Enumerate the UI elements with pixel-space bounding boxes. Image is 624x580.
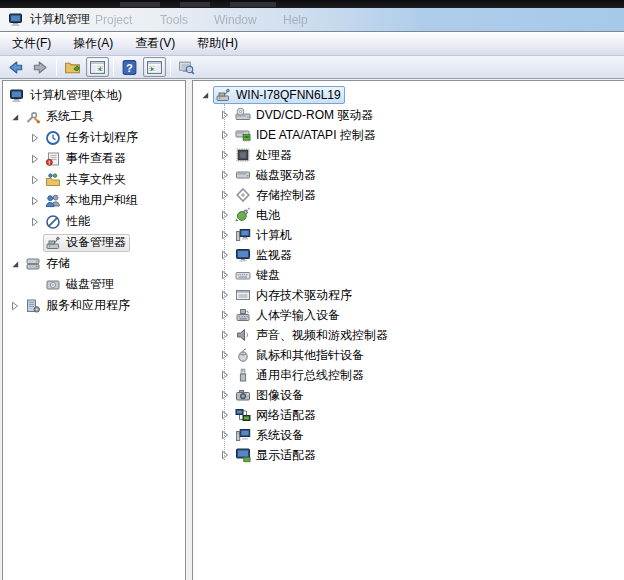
monitor-icon xyxy=(235,247,252,263)
collapsed-arrow-icon[interactable] xyxy=(217,150,233,160)
console-item-shared-folders[interactable]: 共享文件夹 xyxy=(3,169,185,190)
collapsed-arrow-icon[interactable] xyxy=(217,370,233,380)
collapsed-arrow-icon[interactable] xyxy=(27,196,43,206)
collapsed-arrow-icon[interactable] xyxy=(217,430,233,440)
collapsed-arrow-icon[interactable] xyxy=(27,133,43,143)
device-category-display-adapters[interactable]: 显示适配器 xyxy=(193,445,624,465)
device-tree-pane: WIN-I78QFNN6L19DVD/CD-ROM 驱动器IDE ATA/ATA… xyxy=(192,80,624,580)
tree-item-content: IDE ATA/ATAPI 控制器 xyxy=(233,126,380,144)
device-category-dvd-cdrom[interactable]: DVD/CD-ROM 驱动器 xyxy=(193,105,624,125)
device-category-hid-devices[interactable]: 人体学输入设备 xyxy=(193,305,624,325)
collapsed-arrow-icon[interactable] xyxy=(27,175,43,185)
collapsed-arrow-icon[interactable] xyxy=(217,410,233,420)
tree-item-content: 鼠标和其他指针设备 xyxy=(233,346,368,364)
collapsed-arrow-icon[interactable] xyxy=(217,290,233,300)
device-category-computer[interactable]: 计算机 xyxy=(193,225,624,245)
collapsed-arrow-icon[interactable] xyxy=(217,170,233,180)
app-window-icon[interactable] xyxy=(8,12,24,28)
device-category-computer-root[interactable]: WIN-I78QFNN6L19 xyxy=(193,85,624,105)
help-button[interactable]: ? xyxy=(118,57,141,77)
collapsed-arrow-icon[interactable] xyxy=(217,350,233,360)
tree-item-label: IDE ATA/ATAPI 控制器 xyxy=(256,127,376,144)
collapsed-arrow-icon[interactable] xyxy=(217,310,233,320)
disk-drive-icon xyxy=(235,167,252,183)
console-tree-toggle-button[interactable] xyxy=(86,57,109,77)
console-item-task-scheduler[interactable]: 任务计划程序 xyxy=(3,127,185,148)
device-category-ide-ata-atapi[interactable]: IDE ATA/ATAPI 控制器 xyxy=(193,125,624,145)
background-shape xyxy=(230,2,276,7)
device-category-network-adapters[interactable]: 网络适配器 xyxy=(193,405,624,425)
collapsed-arrow-icon[interactable] xyxy=(217,190,233,200)
menu-view[interactable]: 查看(V) xyxy=(127,32,183,55)
device-category-processors[interactable]: 处理器 xyxy=(193,145,624,165)
ide-controller-icon xyxy=(235,127,252,143)
device-category-sound-video-game[interactable]: 声音、视频和游戏控制器 xyxy=(193,325,624,345)
device-category-keyboards[interactable]: 键盘 xyxy=(193,265,624,285)
tree-item-label: 任务计划程序 xyxy=(66,129,138,146)
tree-item-content: 显示适配器 xyxy=(233,446,320,464)
collapsed-arrow-icon[interactable] xyxy=(217,250,233,260)
collapsed-arrow-icon[interactable] xyxy=(217,110,233,120)
forward-button[interactable] xyxy=(29,57,52,77)
background-shape xyxy=(120,2,160,7)
device-category-memory-tech[interactable]: 内存技术驱动程序 xyxy=(193,285,624,305)
console-item-local-users-groups[interactable]: 本地用户和组 xyxy=(3,190,185,211)
tree-item-label: 电池 xyxy=(256,207,280,224)
console-item-device-manager[interactable]: 设备管理器 xyxy=(3,232,185,253)
device-category-batteries[interactable]: 电池 xyxy=(193,205,624,225)
console-item-system-tools[interactable]: 系统工具 xyxy=(3,106,185,127)
console-item-computer-management-local[interactable]: 计算机管理(本地) xyxy=(3,85,185,106)
expanded-arrow-icon[interactable] xyxy=(197,90,213,100)
tree-item-label: 通用串行总线控制器 xyxy=(256,367,364,384)
forward-arrow-icon xyxy=(32,59,49,76)
menu-help[interactable]: 帮助(H) xyxy=(189,32,246,55)
help-icon: ? xyxy=(121,59,138,76)
collapsed-arrow-icon[interactable] xyxy=(7,301,23,311)
menu-file[interactable]: 文件(F) xyxy=(4,32,59,55)
device-manager-icon xyxy=(215,87,232,103)
back-button[interactable] xyxy=(4,57,27,77)
device-category-system-devices[interactable]: 系统设备 xyxy=(193,425,624,445)
tree-item-label: 事件查看器 xyxy=(66,150,126,167)
tree-item-content: DVD/CD-ROM 驱动器 xyxy=(233,106,377,124)
collapsed-arrow-icon[interactable] xyxy=(217,450,233,460)
console-item-disk-management[interactable]: 磁盘管理 xyxy=(3,274,185,295)
collapsed-arrow-icon[interactable] xyxy=(217,270,233,280)
ghost-menu-item: Project xyxy=(95,13,132,27)
up-folder-button[interactable] xyxy=(61,57,84,77)
tree-item-content: 系统工具 xyxy=(23,108,98,126)
device-category-storage-controllers[interactable]: 存储控制器 xyxy=(193,185,624,205)
tree-item-label: 磁盘驱动器 xyxy=(256,167,316,184)
expanded-arrow-icon[interactable] xyxy=(7,259,23,269)
device-category-disk-drives[interactable]: 磁盘驱动器 xyxy=(193,165,624,185)
tree-item-label: 存储 xyxy=(46,255,70,272)
collapsed-arrow-icon[interactable] xyxy=(217,390,233,400)
collapsed-arrow-icon[interactable] xyxy=(217,130,233,140)
expanded-arrow-icon[interactable] xyxy=(7,112,23,122)
action-pane-toggle-button[interactable] xyxy=(143,57,166,77)
tree-item-content: WIN-I78QFNN6L19 xyxy=(213,86,345,104)
device-category-mice-pointing[interactable]: 鼠标和其他指针设备 xyxy=(193,345,624,365)
device-category-usb-controllers[interactable]: 通用串行总线控制器 xyxy=(193,365,624,385)
shared-folder-icon xyxy=(45,172,62,188)
console-item-event-viewer[interactable]: 事件查看器 xyxy=(3,148,185,169)
tree-item-content: 内存技术驱动程序 xyxy=(233,286,356,304)
console-item-services-apps[interactable]: 服务和应用程序 xyxy=(3,295,185,316)
device-category-monitors[interactable]: 监视器 xyxy=(193,245,624,265)
tree-item-label: 人体学输入设备 xyxy=(256,307,340,324)
device-category-imaging-devices[interactable]: 图像设备 xyxy=(193,385,624,405)
menu-action[interactable]: 操作(A) xyxy=(65,32,121,55)
tree-item-label: 性能 xyxy=(66,213,90,230)
collapsed-arrow-icon[interactable] xyxy=(27,154,43,164)
console-item-performance[interactable]: 性能 xyxy=(3,211,185,232)
collapsed-arrow-icon[interactable] xyxy=(217,210,233,220)
tree-item-content: 存储 xyxy=(23,255,74,273)
scan-hardware-button[interactable] xyxy=(175,57,198,77)
keyboard-icon xyxy=(235,267,252,283)
collapsed-arrow-icon[interactable] xyxy=(217,230,233,240)
console-item-storage[interactable]: 存储 xyxy=(3,253,185,274)
collapsed-arrow-icon[interactable] xyxy=(217,330,233,340)
tree-item-content: 计算机 xyxy=(233,226,296,244)
collapsed-arrow-icon[interactable] xyxy=(27,217,43,227)
tree-item-content: 监视器 xyxy=(233,246,296,264)
